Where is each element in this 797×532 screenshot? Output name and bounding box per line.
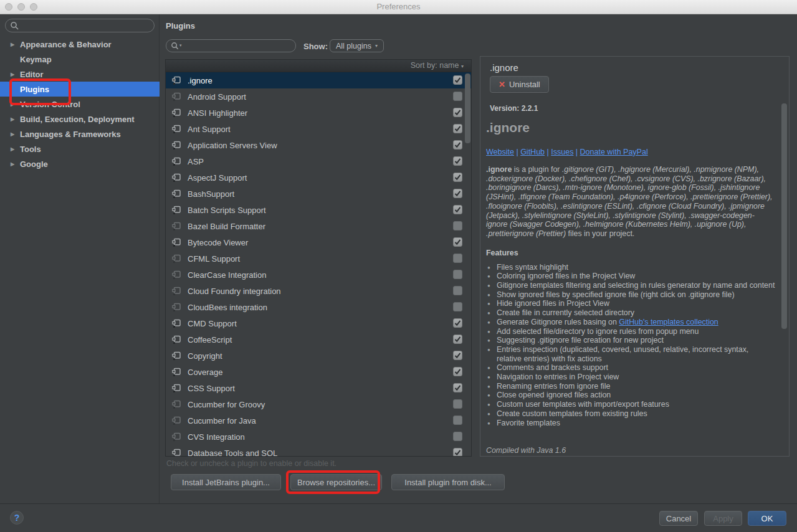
- plugin-enabled-checkbox[interactable]: [453, 173, 462, 182]
- install-jetbrains-plugin-button[interactable]: Install JetBrains plugin...: [171, 474, 281, 490]
- plugin-enabled-checkbox[interactable]: [453, 416, 462, 425]
- plugin-links: Website | GitHub | Issues | Donate with …: [486, 148, 775, 156]
- plugin-enabled-checkbox[interactable]: [453, 318, 462, 328]
- help-button[interactable]: ?: [10, 511, 24, 525]
- plugin-enabled-checkbox[interactable]: [453, 140, 462, 150]
- traffic-light-close-icon[interactable]: [5, 3, 12, 11]
- plugin-name: ClearCase Integration: [188, 270, 266, 280]
- plugin-enabled-checkbox[interactable]: [453, 286, 462, 295]
- plugin-icon: [171, 237, 181, 247]
- chevron-right-icon[interactable]: ▶: [11, 131, 20, 137]
- plugin-list-scrollbar[interactable]: [465, 74, 470, 143]
- plugin-enabled-checkbox[interactable]: [453, 189, 462, 198]
- link-issues[interactable]: Issues: [551, 148, 573, 156]
- plugin-row-ansi-highlighter[interactable]: ANSI Highlighter: [166, 105, 471, 121]
- plugin-enabled-checkbox[interactable]: [453, 335, 462, 344]
- plugin-enabled-checkbox[interactable]: [453, 156, 462, 166]
- plugin-row-ant-support[interactable]: Ant Support: [166, 121, 471, 137]
- cancel-button[interactable]: Cancel: [659, 511, 698, 526]
- feature-item: Close opened ignored files action: [486, 391, 775, 400]
- sidebar-item-keymap[interactable]: Keymap: [0, 52, 160, 67]
- chevron-right-icon[interactable]: ▶: [11, 146, 20, 152]
- traffic-light-minimize-icon[interactable]: [17, 3, 25, 11]
- sidebar-item-label: Build, Execution, Deployment: [20, 115, 134, 124]
- plugin-enabled-checkbox[interactable]: [453, 92, 462, 101]
- chevron-right-icon[interactable]: ▶: [11, 116, 20, 122]
- plugin-enabled-checkbox[interactable]: [453, 254, 462, 263]
- apply-button[interactable]: Apply: [704, 511, 742, 526]
- plugin-enabled-checkbox[interactable]: [453, 432, 462, 441]
- plugin-row-copyright[interactable]: Copyright: [166, 348, 471, 364]
- plugin-enabled-checkbox[interactable]: [453, 205, 462, 214]
- plugin-enabled-checkbox[interactable]: [453, 367, 462, 376]
- sidebar-item-tools[interactable]: ▶Tools: [0, 141, 160, 156]
- plugin-enabled-checkbox[interactable]: [453, 108, 462, 117]
- chevron-right-icon[interactable]: ▶: [11, 42, 20, 47]
- plugin-enabled-checkbox[interactable]: [453, 221, 462, 230]
- features-title: Features: [486, 249, 775, 257]
- plugin-enabled-checkbox[interactable]: [453, 75, 462, 85]
- window-titlebar: Preferences: [0, 0, 797, 14]
- plugin-enabled-checkbox[interactable]: [453, 399, 462, 409]
- feature-item: Show ignored files by specified ignore f…: [486, 290, 775, 300]
- plugin-row-bytecode-viewer[interactable]: Bytecode Viewer: [166, 234, 471, 250]
- link-github-templates-collection[interactable]: GitHub's templates collection: [619, 318, 718, 326]
- plugin-enabled-checkbox[interactable]: [453, 124, 462, 133]
- uninstall-button[interactable]: ✕ Uninstall: [490, 76, 549, 93]
- plugin-row-cloudbees-integration[interactable]: CloudBees integration: [166, 299, 471, 315]
- plugin-row-application-servers-view[interactable]: Application Servers View: [166, 137, 471, 153]
- plugin-enabled-checkbox[interactable]: [453, 270, 462, 279]
- plugin-row-android-support[interactable]: Android Support: [166, 88, 471, 105]
- plugin-enabled-checkbox[interactable]: [453, 383, 462, 392]
- plugin-row-cucumber-for-groovy[interactable]: Cucumber for Groovy: [166, 396, 471, 412]
- sidebar-search-input[interactable]: [5, 19, 155, 32]
- link-donate-with-paypal[interactable]: Donate with PayPal: [580, 148, 648, 156]
- install-plugin-from-disk-button[interactable]: Install plugin from disk...: [391, 474, 505, 490]
- plugin-row-cfml-support[interactable]: CFML Support: [166, 250, 471, 267]
- sort-by-header[interactable]: Sort by: name ▾: [166, 60, 471, 72]
- ok-button[interactable]: OK: [748, 511, 786, 526]
- plugin-row-clearcase-integration[interactable]: ClearCase Integration: [166, 267, 471, 283]
- plugin-row-bashsupport[interactable]: BashSupport: [166, 186, 471, 202]
- plugin-enabled-checkbox[interactable]: [453, 448, 462, 457]
- plugin-row-css-support[interactable]: CSS Support: [166, 380, 471, 396]
- plugin-icon: [171, 318, 181, 328]
- plugin-row-batch-scripts-support[interactable]: Batch Scripts Support: [166, 202, 471, 218]
- plugin-icon: [171, 92, 181, 102]
- plugin-enabled-checkbox[interactable]: [453, 237, 462, 247]
- plugin-row-cloud-foundry-integration[interactable]: Cloud Foundry integration: [166, 283, 471, 299]
- sidebar-item-appearance-behavior[interactable]: ▶Appearance & Behavior: [0, 37, 160, 52]
- plugin-row-ignore[interactable]: .ignore: [166, 72, 471, 88]
- chevron-right-icon[interactable]: ▶: [11, 72, 20, 77]
- sidebar-item-label: Google: [20, 159, 48, 169]
- chevron-down-icon[interactable]: ▾: [179, 43, 182, 48]
- plugin-row-cucumber-for-java[interactable]: Cucumber for Java: [166, 412, 471, 429]
- plugin-row-database-tools-and-sql[interactable]: Database Tools and SQL: [166, 445, 471, 457]
- show-filter-dropdown[interactable]: All plugins ▾: [330, 39, 384, 52]
- plugin-row-asp[interactable]: ASP: [166, 153, 471, 169]
- plugin-details-panel: .ignore ✕ Uninstall Version: 2.2.1 .igno…: [480, 56, 790, 457]
- sidebar-item-build-execution-deployment[interactable]: ▶Build, Execution, Deployment: [0, 112, 160, 126]
- chevron-right-icon[interactable]: ▶: [11, 161, 20, 167]
- details-scrollbar[interactable]: [781, 103, 787, 329]
- link-website[interactable]: Website: [486, 148, 514, 156]
- plugin-search-input[interactable]: ▾: [166, 39, 296, 52]
- plugin-row-cmd-support[interactable]: CMD Support: [166, 315, 471, 331]
- plugin-description: .ignore is a plugin for .gitignore (GIT)…: [486, 165, 775, 239]
- plugin-row-aspectj-support[interactable]: AspectJ Support: [166, 169, 471, 186]
- feature-item: Gitignore templates filtering and select…: [486, 281, 775, 290]
- link-separator: |: [573, 148, 580, 156]
- plugin-row-coffeescript[interactable]: CoffeeScript: [166, 331, 471, 348]
- plugin-row-coverage[interactable]: Coverage: [166, 364, 471, 380]
- plugin-row-cvs-integration[interactable]: CVS Integration: [166, 429, 471, 445]
- sidebar-item-google[interactable]: ▶Google: [0, 156, 160, 171]
- traffic-light-zoom-icon[interactable]: [30, 3, 37, 11]
- sidebar-item-languages-frameworks[interactable]: ▶Languages & Frameworks: [0, 126, 160, 141]
- plugin-icon: [171, 416, 181, 425]
- plugin-row-bazel-build-formatter[interactable]: Bazel Build Formatter: [166, 218, 471, 234]
- plugin-enabled-checkbox[interactable]: [453, 351, 462, 360]
- plugin-icon: [171, 335, 181, 344]
- plugin-enabled-checkbox[interactable]: [453, 302, 462, 311]
- link-github[interactable]: GitHub: [520, 148, 545, 156]
- description-bold: .ignore: [486, 165, 512, 174]
